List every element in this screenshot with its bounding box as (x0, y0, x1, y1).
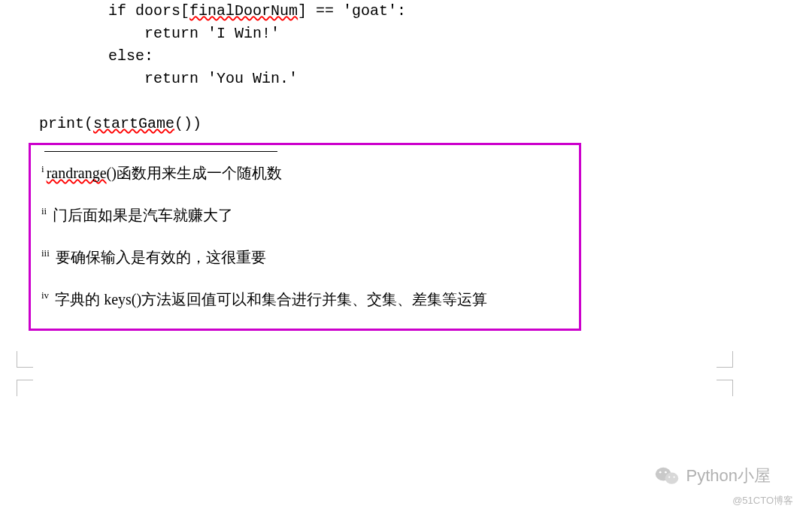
svg-point-5 (673, 476, 674, 477)
page-corner-icon (17, 380, 33, 396)
code-rest: ] == 'goat': (298, 2, 406, 20)
footnote-marker: i (41, 163, 44, 174)
watermark-51cto: @51CTO博客 (732, 494, 793, 507)
code-indent (0, 2, 108, 20)
code-line: return 'You Win.' (0, 70, 298, 87)
wechat-icon (655, 465, 679, 486)
svg-point-2 (659, 471, 661, 474)
footnote-text: ()函数用来生成一个随机数 (107, 165, 282, 181)
footnote-text: 要确保输入是有效的，这很重要 (52, 249, 266, 265)
footnote-item: irandrange()函数用来生成一个随机数 (38, 162, 571, 183)
code-line: return 'I Win!' (0, 25, 280, 42)
footnotes-separator (44, 151, 277, 152)
footnote-text: 门后面如果是汽车就赚大了 (49, 207, 233, 223)
code-block: if doors[finalDoorNum] == 'goat': return… (0, 0, 812, 135)
page-corner-icon (17, 351, 33, 368)
footnote-item: iv 字典的 keys()方法返回值可以和集合进行并集、交集、差集等运算 (38, 289, 571, 310)
code-print-close: ()) (174, 115, 201, 132)
footnote-marker: iii (41, 247, 50, 259)
watermark-wechat-text: Python小屋 (686, 465, 771, 487)
footnotes-highlight-box: irandrange()函数用来生成一个随机数 ii 门后面如果是汽车就赚大了 … (29, 143, 581, 331)
page-corner-icon (717, 380, 733, 396)
page-break-area (0, 380, 812, 447)
svg-point-3 (665, 471, 667, 474)
code-fn-startgame: startGame (93, 115, 174, 132)
svg-point-4 (668, 476, 670, 477)
footnote-fn-name: randrange (47, 165, 107, 181)
page-corner-icon (717, 351, 733, 368)
footnote-item: iii 要确保输入是有效的，这很重要 (38, 247, 571, 268)
code-line: else: (0, 47, 153, 65)
footnote-marker: ii (41, 205, 47, 217)
footnote-marker: iv (41, 289, 49, 301)
svg-point-1 (665, 473, 678, 484)
watermark-wechat: Python小屋 (655, 465, 771, 487)
footnote-item: ii 门后面如果是汽车就赚大了 (38, 204, 571, 226)
footnote-text: 字典的 keys()方法返回值可以和集合进行并集、交集、差集等运算 (51, 291, 487, 307)
code-print: print( (0, 115, 93, 132)
code-var-finaldoornum: finalDoorNum (189, 2, 298, 20)
code-if: if doors[ (108, 2, 189, 20)
